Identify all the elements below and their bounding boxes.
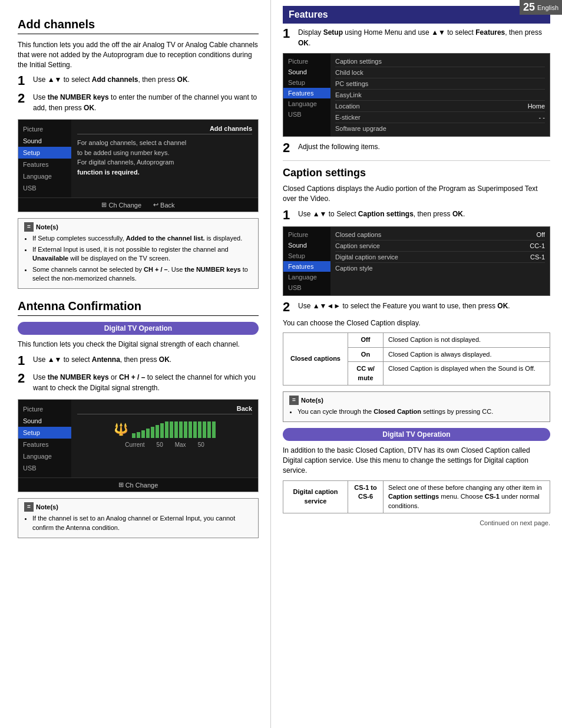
fm-features: Features xyxy=(283,88,330,98)
features-menu-content: Caption settings Child lock PC settings xyxy=(330,54,550,136)
caption-step2: 2 Use ▲▼◄► to select the Feature you wan… xyxy=(283,301,550,314)
cap-usb: USB xyxy=(283,282,330,293)
fm-pc-label: PC settings xyxy=(335,80,368,87)
back-icon: ↩ xyxy=(153,201,158,209)
ant-grid-icon: ⊞ xyxy=(118,481,124,489)
bar4 xyxy=(146,429,150,438)
features-title: Features xyxy=(289,9,328,19)
features-menu: Picture Sound Setup Features Language US… xyxy=(283,53,550,137)
add-channels-menu-sidebar: Picture Sound Setup Features Language US… xyxy=(18,120,71,197)
menu-header-add-channels: Add channels xyxy=(77,123,252,134)
bar14 xyxy=(193,421,197,438)
cap-note-title: = Note(s) xyxy=(289,396,544,405)
step2-num: 2 xyxy=(18,92,28,105)
cap-row-service: Caption service CC-1 xyxy=(335,241,545,252)
cc-option-on: On xyxy=(348,347,384,361)
caption-settings-title: Caption settings xyxy=(283,167,550,179)
fm-row-pc: PC settings xyxy=(335,78,545,90)
cc-desc-off: Closed Caption is not displayed. xyxy=(384,333,550,347)
add-channels-step2: 2 Use the NUMBER keys to enter the numbe… xyxy=(18,92,259,113)
page-badge: 25 English xyxy=(520,0,562,15)
features-step1-text: Display Setup using Home Menu and use ▲▼… xyxy=(298,27,550,48)
add-channels-step1: 1 Use ▲▼ to select Add channels, then pr… xyxy=(18,74,259,87)
cap-setup: Setup xyxy=(283,251,330,261)
antenna-dtv-badge: Digital TV Operation xyxy=(18,322,259,335)
cap-closed-label: Closed captions xyxy=(335,231,381,238)
antenna-step1-text: Use ▲▼ to select Antenna, then press OK. xyxy=(33,354,171,365)
dcs-desc: Select one of these before changing any … xyxy=(384,480,550,513)
signal-current-label: Current xyxy=(125,442,144,448)
features-header: Features xyxy=(283,6,550,24)
footer-back: ↩ Back xyxy=(153,201,174,209)
ant-sidebar-language: Language xyxy=(18,450,71,462)
sidebar-setup: Setup xyxy=(18,147,71,159)
features-section: Features 1 Display Setup using Home Menu… xyxy=(283,6,550,161)
features-step2-num: 2 xyxy=(283,141,293,154)
caption-notes: = Note(s) You can cycle through the Clos… xyxy=(283,391,550,422)
ant-sidebar-usb: USB xyxy=(18,462,71,474)
antenna-step1: 1 Use ▲▼ to select Antenna, then press O… xyxy=(18,354,259,367)
antenna-menu-header: Back xyxy=(77,403,252,414)
note-item: Some channels cannot be selected by CH +… xyxy=(32,265,252,284)
add-channels-note-list: If Setup completes successfully, Added t… xyxy=(24,234,252,283)
antenna-menu-sidebar: Picture Sound Setup Features Language US… xyxy=(18,400,71,477)
add-channels-title: Add channels xyxy=(18,18,259,34)
sidebar-features: Features xyxy=(18,159,71,170)
ant-footer-ch-change: ⊞ Ch Change xyxy=(118,481,158,489)
page-container: 25 English Add channels This function le… xyxy=(0,0,562,728)
bar18 xyxy=(212,421,216,438)
bar6 xyxy=(156,425,159,438)
add-channels-notes: = Note(s) If Setup completes successfull… xyxy=(18,218,259,289)
fm-esticker-label: E-sticker xyxy=(335,114,361,121)
bar10 xyxy=(174,421,178,438)
fm-row-location: Location Home xyxy=(335,101,545,112)
ant-note-title: = Note(s) xyxy=(24,502,252,512)
antenna-note-list: If the channel is set to an Analog chann… xyxy=(24,514,252,532)
caption-step1: 1 Use ▲▼ to Select Caption settings, the… xyxy=(283,209,550,222)
antenna-section: Antenna Confirmation Digital TV Operatio… xyxy=(18,299,259,538)
grid-icon: ⊞ xyxy=(101,201,107,209)
caption-settings-desc: Closed Captions displays the Audio porti… xyxy=(283,184,550,204)
cap-digital-val: CS-1 xyxy=(530,253,545,261)
fm-childlock-label: Child lock xyxy=(335,69,363,76)
fm-software-label: Software upgrade xyxy=(335,125,386,132)
ant-sidebar-picture: Picture xyxy=(18,403,71,415)
cap-language: Language xyxy=(283,272,330,282)
ant-note-icon: = xyxy=(24,502,34,512)
antenna-title: Antenna Confirmation xyxy=(18,299,259,316)
features-step1: 1 Display Setup using Home Menu and use … xyxy=(283,27,550,48)
antenna-description: This function lets you check the Digital… xyxy=(18,340,259,350)
cap-sound: Sound xyxy=(283,240,330,251)
cc-table-label: Closed captions xyxy=(283,333,348,386)
bar7 xyxy=(160,423,164,438)
dtv-description: In addition to the basic Closed Caption,… xyxy=(283,446,550,475)
fm-language: Language xyxy=(283,98,330,109)
antenna-step2-text: Use the NUMBER keys or CH + / – to selec… xyxy=(33,372,259,393)
cc-desc-mute: Closed Caption is displayed when the Sou… xyxy=(384,362,550,386)
fm-caption-label: Caption settings xyxy=(335,58,382,65)
antenna-icon: 🔱 xyxy=(114,422,128,436)
note-title: = Note(s) xyxy=(24,222,252,232)
caption-note-list: You can cycle through the Closed Caption… xyxy=(289,407,544,416)
bar2 xyxy=(137,432,140,438)
features-step2-text: Adjust the following items. xyxy=(298,141,380,152)
sidebar-usb: USB xyxy=(18,182,71,194)
cap-note-item: You can cycle through the Closed Caption… xyxy=(297,407,544,416)
caption-step2-text: Use ▲▼◄► to select the Feature you want … xyxy=(298,301,510,311)
cap-digital-label: Digital caption service xyxy=(335,253,398,261)
left-column: Add channels This function lets you add … xyxy=(0,0,271,728)
bar13 xyxy=(189,421,192,438)
bar1 xyxy=(132,433,135,438)
cc-option-off: Off xyxy=(348,333,384,347)
add-channels-menu-content: Add channels For analog channels, select… xyxy=(71,120,258,197)
add-channels-menu-text: For analog channels, select a channel to… xyxy=(77,134,252,180)
dcs-option: CS-1 to CS-6 xyxy=(348,480,384,513)
fm-sound: Sound xyxy=(283,67,330,77)
cap-style-label: Caption style xyxy=(335,265,373,272)
cap-note-icon: = xyxy=(289,396,299,405)
fm-location-label: Location xyxy=(335,103,360,110)
ant-sidebar-setup: Setup xyxy=(18,427,71,439)
closed-captions-table: Closed captions Off Closed Caption is no… xyxy=(283,332,550,386)
fm-row-childlock: Child lock xyxy=(335,67,545,78)
antenna-signal-content: Back 🔱 xyxy=(71,400,258,477)
